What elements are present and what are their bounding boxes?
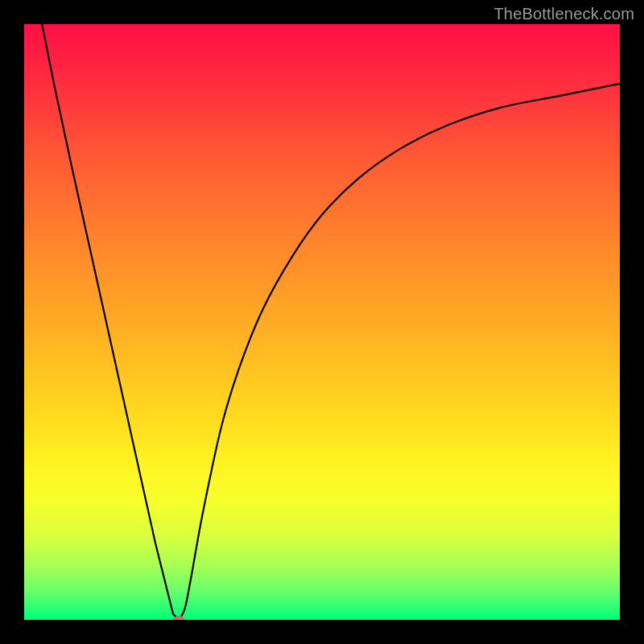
plot-area: [24, 24, 620, 620]
watermark-text: TheBottleneck.com: [493, 5, 634, 23]
minimum-marker: [173, 616, 184, 620]
chart-frame: TheBottleneck.com: [0, 0, 644, 644]
bottleneck-curve: [24, 24, 620, 620]
